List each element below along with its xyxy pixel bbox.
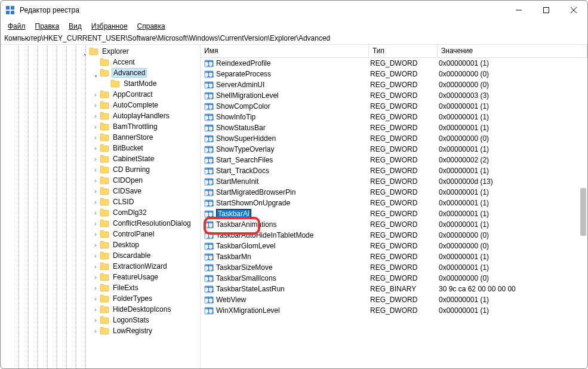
value-name[interactable]: ReindexedProfile <box>216 59 270 67</box>
chevron-right-icon[interactable]: › <box>91 134 100 141</box>
tree-item[interactable]: ›FeatureUsage <box>1 272 200 282</box>
chevron-right-icon[interactable]: › <box>91 306 100 313</box>
value-name[interactable]: ShowInfoTip <box>216 113 255 121</box>
tree-item[interactable]: ›HideDesktopIcons <box>1 304 200 315</box>
column-name[interactable]: Имя <box>201 45 369 57</box>
value-name[interactable]: SeparateProcess <box>216 70 271 78</box>
value-name[interactable]: TaskbarAnimations <box>216 220 276 229</box>
chevron-right-icon[interactable]: › <box>91 188 100 195</box>
chevron-right-icon[interactable]: › <box>91 145 100 152</box>
tree-item[interactable]: ›CIDSave <box>1 186 200 196</box>
value-name[interactable]: TaskbarMn <box>216 253 251 261</box>
value-name[interactable]: WebView <box>216 296 246 304</box>
value-name[interactable]: WinXMigrationLevel <box>216 306 280 315</box>
chevron-right-icon[interactable]: › <box>91 285 100 291</box>
value-row[interactable]: 110ShellMigrationLevelREG_DWORD0x0000000… <box>201 90 587 101</box>
value-row[interactable]: 110TaskbarAutoHideInTabletModeREG_DWORD0… <box>201 230 587 241</box>
chevron-right-icon[interactable]: › <box>91 156 100 162</box>
tree-item[interactable]: ›Accent <box>1 57 200 67</box>
tree-item[interactable]: ›BitBucket <box>1 143 200 153</box>
chevron-down-icon[interactable]: ˬ <box>91 70 100 76</box>
minimize-button[interactable] <box>505 1 532 20</box>
chevron-right-icon[interactable]: › <box>91 124 100 130</box>
value-row[interactable]: 110StartMenuInitREG_DWORD0x0000000d (13) <box>201 176 587 187</box>
value-row[interactable]: 110ShowInfoTipREG_DWORD0x00000001 (1) <box>201 112 587 122</box>
value-name[interactable]: ShowCompColor <box>216 102 270 110</box>
value-row[interactable]: 110StartMigratedBrowserPinREG_DWORD0x000… <box>201 187 587 198</box>
value-name[interactable]: ShellMigrationLevel <box>216 91 279 100</box>
tree-item[interactable]: ›CD Burning <box>1 164 200 175</box>
value-row[interactable]: 110TaskbarStateLastRunREG_BINARY30 9c ca… <box>201 284 587 294</box>
chevron-right-icon[interactable]: › <box>91 220 100 227</box>
value-name[interactable]: Start_TrackDocs <box>216 167 269 175</box>
value-row[interactable]: 110WebViewREG_DWORD0x00000001 (1) <box>201 294 587 305</box>
tree-item-explorer[interactable]: ˬExplorer <box>1 46 200 57</box>
value-row[interactable]: 110TaskbarGlomLevelREG_DWORD0x00000000 (… <box>201 241 587 251</box>
tree-item[interactable]: ›ControlPanel <box>1 229 200 239</box>
value-row[interactable]: 110WinXMigrationLevelREG_DWORD0x00000001… <box>201 305 587 316</box>
tree-item[interactable]: ›CLSID <box>1 196 200 207</box>
value-row[interactable]: 110TaskbarAlREG_DWORD0x00000001 (1) <box>201 208 587 219</box>
chevron-right-icon[interactable]: › <box>91 263 100 270</box>
value-name[interactable]: TaskbarAl <box>216 209 251 219</box>
value-name[interactable]: ShowTypeOverlay <box>216 145 274 153</box>
value-row[interactable]: 110ReindexedProfileREG_DWORD0x00000001 (… <box>201 58 587 69</box>
chevron-down-icon[interactable]: ˬ <box>81 48 89 55</box>
value-row[interactable]: 110SeparateProcessREG_DWORD0x00000000 (0… <box>201 69 587 79</box>
chevron-right-icon[interactable]: › <box>91 328 100 334</box>
tree-item[interactable]: ›FileExts <box>1 282 200 293</box>
tree-item[interactable]: ›CIDOpen <box>1 175 200 186</box>
chevron-right-icon[interactable]: › <box>91 113 100 119</box>
value-name[interactable]: ShowSuperHidden <box>216 134 276 143</box>
tree-item[interactable]: ›Desktop <box>1 239 200 250</box>
value-row[interactable]: 110TaskbarAnimationsREG_DWORD0x00000001 … <box>201 219 587 230</box>
column-type[interactable]: Тип <box>369 45 438 57</box>
value-row[interactable]: 110TaskbarMnREG_DWORD0x00000001 (1) <box>201 251 587 262</box>
menu-view[interactable]: Вид <box>65 21 85 32</box>
tree-item[interactable]: ›FolderTypes <box>1 293 200 304</box>
tree-item[interactable]: ›AutoplayHandlers <box>1 110 200 121</box>
value-row[interactable]: 110ShowTypeOverlayREG_DWORD0x00000001 (1… <box>201 144 587 155</box>
tree-item[interactable]: ›ComDlg32 <box>1 207 200 218</box>
menu-edit[interactable]: Правка <box>32 21 63 32</box>
chevron-right-icon[interactable]: › <box>91 199 100 205</box>
tree-item[interactable]: ›BamThrottling <box>1 121 200 132</box>
menu-file[interactable]: Файл <box>4 21 29 32</box>
chevron-right-icon[interactable]: › <box>91 253 100 259</box>
tree-item[interactable]: ›AutoComplete <box>1 100 200 110</box>
value-name[interactable]: TaskbarAutoHideInTabletMode <box>216 231 313 239</box>
value-name[interactable]: TaskbarSmallIcons <box>216 274 276 282</box>
tree-item[interactable]: ›CabinetState <box>1 153 200 164</box>
tree-item[interactable]: ›LogonStats <box>1 315 200 325</box>
value-name[interactable]: StartMenuInit <box>216 177 258 186</box>
value-row[interactable]: 110ShowCompColorREG_DWORD0x00000001 (1) <box>201 101 587 112</box>
value-name[interactable]: Start_SearchFiles <box>216 156 273 164</box>
chevron-right-icon[interactable]: › <box>91 167 100 173</box>
maximize-button[interactable] <box>532 1 560 20</box>
chevron-right-icon[interactable]: › <box>91 231 100 238</box>
tree-item[interactable]: ›ExtractionWizard <box>1 261 200 272</box>
column-value[interactable]: Значение <box>438 45 587 57</box>
value-row[interactable]: 110ServerAdminUIREG_DWORD0x00000000 (0) <box>201 79 587 90</box>
value-name[interactable]: StartShownOnUpgrade <box>216 199 290 207</box>
value-name[interactable]: TaskbarSizeMove <box>216 263 273 272</box>
value-row[interactable]: 110StartShownOnUpgradeREG_DWORD0x0000000… <box>201 198 587 208</box>
value-row[interactable]: 110Start_TrackDocsREG_DWORD0x00000001 (1… <box>201 165 587 176</box>
tree-item[interactable]: ›Discardable <box>1 250 200 261</box>
value-row[interactable]: 110Start_SearchFilesREG_DWORD0x00000002 … <box>201 155 587 165</box>
value-name[interactable]: ShowStatusBar <box>216 124 266 132</box>
chevron-right-icon[interactable]: › <box>91 274 100 281</box>
value-name[interactable]: ServerAdminUI <box>216 81 264 89</box>
value-row[interactable]: 110ShowSuperHiddenREG_DWORD0x00000000 (0… <box>201 133 587 144</box>
value-name[interactable]: StartMigratedBrowserPin <box>216 188 295 196</box>
chevron-right-icon[interactable]: › <box>91 210 100 216</box>
chevron-right-icon[interactable]: › <box>91 177 100 184</box>
chevron-right-icon[interactable]: › <box>91 296 100 302</box>
tree-item[interactable]: ›AppContract <box>1 89 200 100</box>
tree-item[interactable]: ›ConflictResolutionDialog <box>1 218 200 229</box>
chevron-right-icon[interactable]: › <box>91 102 100 109</box>
menu-help[interactable]: Справка <box>134 21 169 32</box>
menu-favorites[interactable]: Избранное <box>88 21 131 32</box>
close-button[interactable] <box>560 1 587 20</box>
tree-item[interactable]: ›StartMode <box>1 78 200 89</box>
